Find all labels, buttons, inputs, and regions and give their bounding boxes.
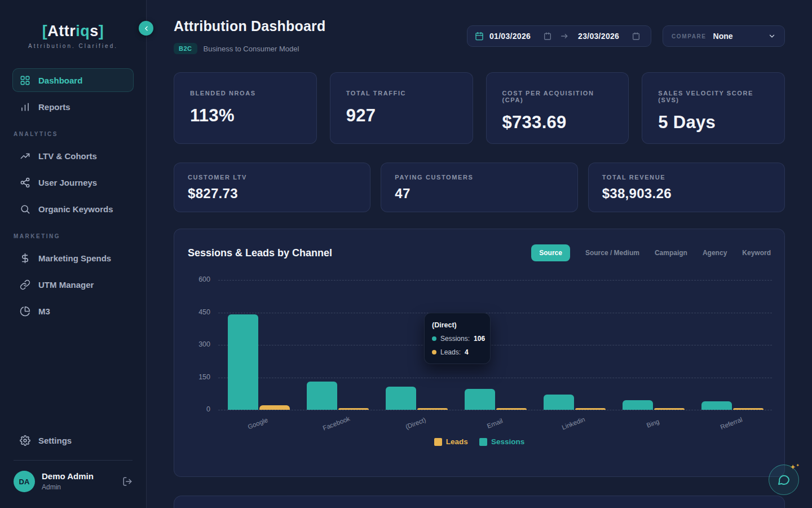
y-axis-tick: 600 <box>174 275 210 283</box>
kpi-label: BLENDED NROAS <box>190 90 301 97</box>
user-profile: DA Demo Admin Admin <box>12 471 134 492</box>
bar-leads-email[interactable] <box>496 408 527 410</box>
x-axis-label: Email <box>486 417 504 430</box>
sidebar-item-m3[interactable]: M3 <box>12 299 134 323</box>
model-subtitle: Business to Consumer Model <box>204 45 299 53</box>
kpi-card: CUSTOMER LTV$827.73 <box>174 163 370 212</box>
bar-sessions-facebook[interactable] <box>307 382 337 410</box>
chat-assistant-button[interactable]: ✦✦ <box>769 465 799 495</box>
bar-sessions-referral[interactable] <box>701 401 732 410</box>
legend-label: Sessions <box>491 437 524 446</box>
kpi-value: 927 <box>346 106 457 126</box>
sidebar-item-ltv-cohorts[interactable]: LTV & Cohorts <box>12 144 134 168</box>
main-content: Attribution Dashboard B2C Business to Co… <box>147 0 812 508</box>
compare-label: COMPARE <box>672 33 707 40</box>
bar-sessions-google[interactable] <box>228 314 258 410</box>
chat-bubble-icon <box>777 473 791 487</box>
sidebar-bottom: Settings DA Demo Admin Admin <box>0 428 146 508</box>
chart-legend: LeadsSessions <box>174 437 784 446</box>
x-axis-label: Linkedin <box>561 416 586 431</box>
sidebar-item-marketing-spends[interactable]: Marketing Spends <box>12 246 134 270</box>
date-to-value[interactable]: 23/03/2026 <box>578 32 619 41</box>
bar-leads-facebook[interactable] <box>338 408 369 410</box>
date-from-value[interactable]: 01/03/2026 <box>489 32 531 41</box>
app-tagline: Attribution. Clarified. <box>0 43 146 49</box>
bar-leads-google[interactable] <box>259 405 290 410</box>
legend-swatch <box>434 438 442 446</box>
gridline <box>218 280 772 281</box>
calendar-icon[interactable] <box>632 32 641 41</box>
sidebar-item-label: M3 <box>38 306 50 316</box>
bar-leads-linkedin[interactable] <box>575 408 606 410</box>
trend-up-icon <box>20 151 30 161</box>
compare-select[interactable]: COMPARE None <box>663 25 785 47</box>
sidebar-item-reports[interactable]: Reports <box>12 95 134 119</box>
bar-sessions-bing[interactable] <box>623 400 653 410</box>
bar-leads-direct[interactable] <box>417 408 448 410</box>
kpi-label: CUSTOMER LTV <box>188 174 356 181</box>
nav-section-heading: ANALYTICS <box>14 131 134 137</box>
gridline <box>218 313 772 313</box>
sidebar: [Attriqs] Attribution. Clarified. Dashbo… <box>0 0 147 508</box>
sidebar-collapse-button[interactable] <box>139 21 153 36</box>
calendar-icon[interactable] <box>543 32 552 41</box>
legend-item-sessions[interactable]: Sessions <box>479 437 524 446</box>
sidebar-item-label: Dashboard <box>38 76 82 85</box>
y-axis-tick: 0 <box>174 405 210 413</box>
nav-section-heading: MARKETING <box>14 233 134 239</box>
y-axis-tick: 150 <box>174 373 210 381</box>
sidebar-item-settings[interactable]: Settings <box>12 428 134 452</box>
chevron-down-icon <box>768 32 776 40</box>
sidebar-item-organic-keywords[interactable]: Organic Keywords <box>12 197 134 221</box>
y-axis-tick: 450 <box>174 308 210 316</box>
kpi-card: BLENDED NROAS113% <box>174 72 317 144</box>
arrow-right-icon <box>560 32 569 41</box>
kpi-value: 5 Days <box>658 112 769 133</box>
kpi-value: $733.69 <box>502 112 613 133</box>
kpi-value: $827.73 <box>188 186 356 202</box>
bar-leads-bing[interactable] <box>654 408 685 410</box>
model-badge: B2C <box>174 43 197 54</box>
kpi-value: 47 <box>395 186 563 202</box>
x-axis-label: Facebook <box>322 415 351 431</box>
legend-label: Leads <box>446 437 468 446</box>
page-header: Attribution Dashboard B2C Business to Co… <box>174 18 325 54</box>
kpi-card: SALES VELOCITY SCORE (SVS)5 Days <box>642 72 785 144</box>
link-icon <box>20 279 30 290</box>
tooltip-title: (Direct) <box>432 321 483 329</box>
kpi-card: TOTAL REVENUE$38,903.26 <box>588 163 785 212</box>
gridline <box>218 378 772 378</box>
kpi-label: TOTAL REVENUE <box>602 174 771 181</box>
sidebar-item-label: Marketing Spends <box>38 253 111 263</box>
tooltip-row: Sessions: 106 <box>432 335 483 343</box>
sidebar-item-label: Settings <box>38 436 72 445</box>
bar-sessions-direct[interactable] <box>386 387 416 410</box>
app-logo: [Attriqs] <box>0 23 146 40</box>
legend-item-leads[interactable]: Leads <box>434 437 468 446</box>
series-dot-icon <box>432 336 436 341</box>
calendar-icon <box>475 32 484 41</box>
logout-icon[interactable] <box>122 476 133 487</box>
sidebar-item-dashboard[interactable]: Dashboard <box>12 68 134 92</box>
sidebar-divider <box>14 460 133 461</box>
sidebar-item-utm-manager[interactable]: UTM Manager <box>12 273 134 296</box>
sidebar-item-label: LTV & Cohorts <box>38 151 97 161</box>
x-axis-label: (Direct) <box>404 417 426 431</box>
series-dot-icon <box>432 350 436 354</box>
bar-leads-referral[interactable] <box>733 408 764 410</box>
x-axis-label: Referral <box>720 416 743 431</box>
bar-sessions-linkedin[interactable] <box>544 395 574 410</box>
gridline <box>218 410 772 410</box>
kpi-value: 113% <box>190 106 301 126</box>
bar-sessions-email[interactable] <box>465 389 495 410</box>
dashboard-icon <box>20 75 30 86</box>
sidebar-item-label: UTM Manager <box>38 280 94 290</box>
user-name: Demo Admin <box>42 471 94 482</box>
pie-icon <box>20 306 30 317</box>
compare-value: None <box>713 32 733 41</box>
sidebar-item-user-journeys[interactable]: User Journeys <box>12 170 134 194</box>
kpi-value: $38,903.26 <box>602 186 771 202</box>
date-range-picker[interactable]: 01/03/2026 23/03/2026 <box>467 25 651 47</box>
sidebar-item-label: Reports <box>38 102 70 112</box>
x-axis-label: Bing <box>646 418 660 428</box>
